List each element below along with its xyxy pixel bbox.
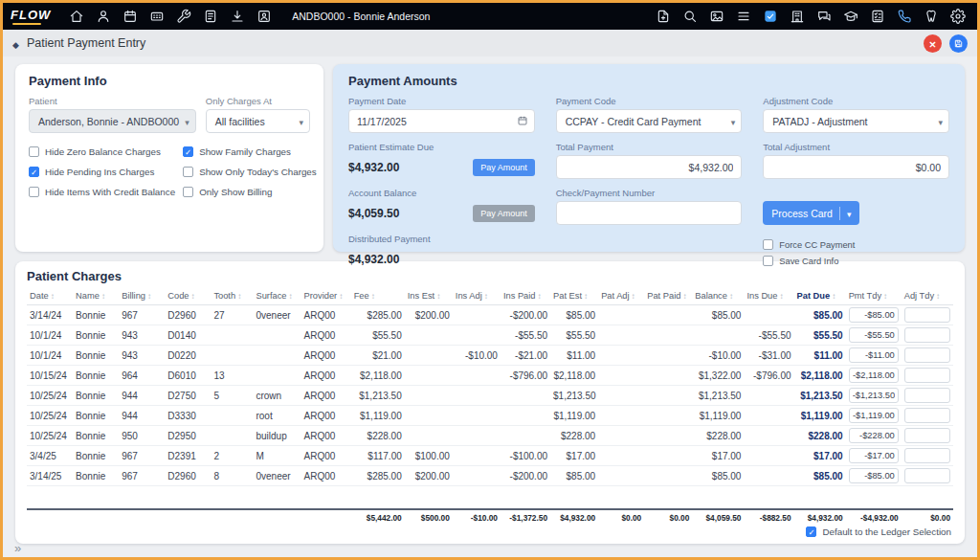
col-header-pmt-tdy[interactable]: Pmt Tdy bbox=[846, 287, 902, 305]
patient-icon[interactable] bbox=[96, 9, 111, 24]
col-header-provider[interactable]: Provider bbox=[301, 287, 351, 305]
checkbox[interactable] bbox=[29, 146, 39, 157]
col-header-surface[interactable]: Surface bbox=[253, 287, 301, 305]
checkbox[interactable] bbox=[29, 167, 39, 177]
pmt-tdy-input[interactable] bbox=[849, 307, 899, 323]
search-icon[interactable] bbox=[682, 9, 698, 24]
pay-balance-button[interactable]: Pay Amount bbox=[473, 205, 535, 222]
facility-select[interactable]: All facilities bbox=[206, 109, 310, 133]
checkbox[interactable] bbox=[183, 187, 193, 197]
schedule-icon[interactable] bbox=[122, 9, 138, 24]
pmt-tdy-input[interactable] bbox=[849, 347, 899, 363]
charge-row[interactable]: 10/15/24Bonnie964D601013ARQ00$2,118.00-$… bbox=[27, 366, 953, 386]
adj-tdy-input[interactable] bbox=[904, 468, 950, 483]
col-header-pat-paid[interactable]: Pat Paid bbox=[644, 287, 692, 305]
settings-icon[interactable] bbox=[950, 9, 966, 24]
imaging-icon[interactable] bbox=[709, 9, 724, 24]
education-icon[interactable] bbox=[843, 9, 858, 24]
col-header-fee[interactable]: Fee bbox=[351, 287, 405, 305]
col-header-billing[interactable]: Billing bbox=[119, 287, 165, 305]
pmt-tdy-input[interactable] bbox=[849, 468, 899, 483]
dental-icon[interactable] bbox=[924, 9, 939, 24]
col-header-balance[interactable]: Balance bbox=[692, 287, 744, 305]
total-adjustment-input[interactable] bbox=[763, 155, 949, 179]
keypad-icon[interactable] bbox=[149, 9, 165, 24]
col-header-code[interactable]: Code bbox=[165, 287, 211, 305]
col-header-ins-adj[interactable]: Ins Adj bbox=[453, 287, 501, 305]
active-patient-label[interactable]: ANDBO000 - Bonnie Anderson bbox=[292, 11, 430, 22]
patient-select[interactable]: Anderson, Bonnie - ANDBO000 bbox=[29, 109, 196, 133]
charge-row[interactable]: 10/25/24Bonnie950D2950buildupARQ00$228.0… bbox=[27, 426, 953, 446]
pmt-tdy-input[interactable] bbox=[849, 408, 899, 423]
charge-row[interactable]: 3/14/25Bonnie967D296080veneerARQ00$285.0… bbox=[27, 466, 953, 486]
col-header-ins-est[interactable]: Ins Est bbox=[405, 287, 453, 305]
charge-row[interactable]: 10/1/24Bonnie943D0220ARQ00$21.00-$10.00-… bbox=[27, 346, 953, 366]
new-document-icon[interactable] bbox=[656, 9, 671, 24]
col-header-adj-tdy[interactable]: Adj Tdy bbox=[902, 287, 953, 305]
charge-row[interactable]: 10/25/24Bonnie944D3330rootARQ00$1,119.00… bbox=[27, 406, 953, 426]
payment-date-input[interactable] bbox=[348, 109, 535, 133]
checkbox[interactable] bbox=[763, 256, 773, 266]
contacts-icon[interactable] bbox=[256, 9, 272, 24]
pmt-tdy-input[interactable] bbox=[849, 428, 899, 443]
check-payment-number-input[interactable] bbox=[556, 201, 743, 225]
charge-row[interactable]: 3/14/24Bonnie967D2960270veneerARQ00$285.… bbox=[27, 305, 953, 325]
adj-tdy-input[interactable] bbox=[904, 408, 950, 423]
col-header-tooth[interactable]: Tooth bbox=[211, 287, 253, 305]
checkbox-option[interactable]: Only Show Billing bbox=[183, 187, 317, 197]
col-header-ins-paid[interactable]: Ins Paid bbox=[501, 287, 550, 305]
checkbox[interactable] bbox=[29, 187, 39, 197]
charge-row[interactable]: 10/25/24Bonnie944D27505crownARQ00$1,213.… bbox=[27, 386, 953, 406]
pay-estimate-button[interactable]: Pay Amount bbox=[473, 159, 535, 176]
flow-logo[interactable]: FLOW bbox=[11, 9, 51, 25]
adj-tdy-input[interactable] bbox=[904, 368, 950, 383]
process-card-button[interactable]: Process Card bbox=[763, 201, 859, 225]
checkbox-option[interactable]: Save Card Info bbox=[763, 256, 949, 266]
download-icon[interactable] bbox=[230, 9, 245, 24]
home-icon[interactable] bbox=[69, 9, 84, 24]
adj-tdy-input[interactable] bbox=[904, 448, 950, 463]
checklist-icon[interactable] bbox=[870, 9, 885, 24]
col-header-date[interactable]: Date bbox=[27, 287, 73, 305]
expand-sidebar-control[interactable] bbox=[14, 541, 21, 555]
messages-icon[interactable] bbox=[816, 9, 832, 24]
save-button[interactable] bbox=[949, 34, 968, 53]
ledger-icon[interactable] bbox=[203, 9, 218, 24]
checkbox-option[interactable]: Show Only Today's Charges bbox=[183, 167, 317, 177]
checkbox-option[interactable]: Show Family Charges bbox=[183, 146, 317, 157]
calendar-icon[interactable] bbox=[517, 115, 528, 126]
total-payment-input[interactable] bbox=[556, 155, 743, 179]
col-header-pat-est[interactable]: Pat Est bbox=[550, 287, 598, 305]
tasks-icon[interactable] bbox=[763, 9, 778, 24]
pmt-tdy-input[interactable] bbox=[849, 368, 899, 383]
close-button[interactable] bbox=[924, 34, 942, 53]
checkbox-option[interactable]: Hide Items With Credit Balance bbox=[29, 187, 175, 197]
col-header-name[interactable]: Name bbox=[73, 287, 119, 305]
checkbox-option[interactable]: Default to the Ledger Selection bbox=[806, 526, 951, 537]
adjustment-code-select[interactable]: PATADJ - Adjustment bbox=[763, 109, 949, 133]
col-header-pat-due[interactable]: Pat Due bbox=[794, 287, 846, 305]
adj-tdy-input[interactable] bbox=[904, 428, 950, 443]
pmt-tdy-input[interactable] bbox=[849, 327, 899, 343]
checkbox[interactable] bbox=[806, 526, 816, 537]
charge-row[interactable]: 10/1/24Bonnie943D0140ARQ00$55.50-$55.50$… bbox=[27, 325, 953, 346]
pmt-tdy-input[interactable] bbox=[849, 448, 899, 463]
payment-code-select[interactable]: CCPAY - Credit Card Payment bbox=[556, 109, 743, 133]
adj-tdy-input[interactable] bbox=[904, 388, 950, 403]
phone-icon[interactable] bbox=[897, 9, 912, 24]
list-icon[interactable] bbox=[736, 9, 751, 24]
tools-icon[interactable] bbox=[176, 9, 191, 24]
checkbox-option[interactable]: Hide Pending Ins Charges bbox=[29, 167, 175, 177]
adj-tdy-input[interactable] bbox=[904, 307, 950, 323]
checkbox-option[interactable]: Force CC Payment bbox=[763, 239, 949, 250]
adj-tdy-input[interactable] bbox=[904, 327, 950, 343]
col-header-pat-adj[interactable]: Pat Adj bbox=[598, 287, 644, 305]
office-icon[interactable] bbox=[790, 9, 805, 24]
checkbox[interactable] bbox=[183, 167, 193, 177]
checkbox-option[interactable]: Hide Zero Balance Charges bbox=[29, 146, 175, 157]
adj-tdy-input[interactable] bbox=[904, 347, 950, 363]
col-header-ins-due[interactable]: Ins Due bbox=[744, 287, 793, 305]
pmt-tdy-input[interactable] bbox=[849, 388, 899, 403]
charge-row[interactable]: 3/4/25Bonnie967D23912MARQ00$117.00$100.0… bbox=[27, 446, 953, 466]
checkbox[interactable] bbox=[183, 146, 193, 157]
